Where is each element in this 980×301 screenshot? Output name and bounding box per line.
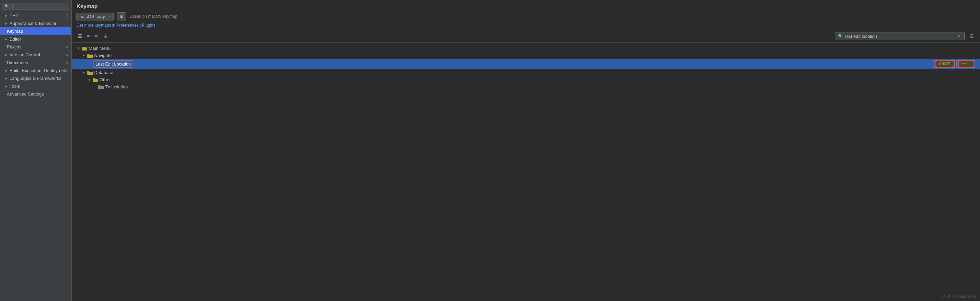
folder-icon-database xyxy=(88,70,93,75)
tree-label-tx-isolation: Tx Isolation xyxy=(105,84,975,89)
collapse-all-button[interactable]: ☰ xyxy=(76,33,84,40)
tree-row-other[interactable]: ▼ Other xyxy=(72,76,980,83)
sidebar-item-label: Directories xyxy=(7,60,28,65)
sidebar-item-keymap[interactable]: Keymap xyxy=(0,27,71,35)
search-icon: 🔍 xyxy=(5,4,9,8)
sidebar-item-build[interactable]: ▶ Build, Execution, Deployment xyxy=(0,67,71,75)
svg-rect-1 xyxy=(82,47,84,48)
main-content: Keymap macOS copy ⚙ Based on macOS keyma… xyxy=(72,0,980,301)
sidebar-item-version-control[interactable]: ▶ Version Control ⚙ xyxy=(0,51,71,59)
search-input[interactable] xyxy=(845,34,956,39)
sidebar-item-label: Tools xyxy=(10,84,20,89)
expand-arrow-tools: ▶ xyxy=(5,84,8,88)
expand-icon-database: ▼ xyxy=(82,71,86,75)
tree-label-other: Other xyxy=(100,77,975,82)
watermark: CSDN @Cyangdaowei xyxy=(942,295,977,298)
main-header: Keymap macOS copy ⚙ Based on macOS keyma… xyxy=(72,0,980,30)
sidebar-search-input[interactable] xyxy=(11,4,67,8)
keymap-select[interactable]: macOS copy xyxy=(76,13,114,21)
key-shortcut-group1: ⇧⌘⌫ xyxy=(934,60,955,68)
toolbar-row: ☰ ≡ ✏ ⚠ 🔍 ✕ ☰ xyxy=(72,30,980,43)
sidebar-item-label: Languages & Frameworks xyxy=(10,76,61,81)
svg-rect-5 xyxy=(88,71,89,72)
keymap-select-wrapper[interactable]: macOS copy xyxy=(76,13,114,21)
folder-icon-main-menu xyxy=(82,46,88,51)
sidebar-item-editor[interactable]: ▶ Editor xyxy=(0,35,71,43)
expand-arrow-appearance: ▶ xyxy=(5,21,8,25)
folder-icon-navigate xyxy=(88,53,93,58)
get-keymaps-link[interactable]: Get more keymaps in Preferences | Plugin… xyxy=(76,23,155,28)
keymap-based-on: Based on macOS keymap xyxy=(130,14,177,19)
sidebar-item-label: Build, Execution, Deployment xyxy=(10,68,68,73)
key-shortcuts: ⇧⌘⌫ ^⌥← xyxy=(934,60,975,68)
tree-label-database: Database xyxy=(94,70,975,75)
sidebar-item-label: Version Control xyxy=(10,52,40,57)
search-clear-button[interactable]: ✕ xyxy=(956,33,962,39)
sidebar-item-php[interactable]: ▶ PHP ⚙ xyxy=(0,11,71,19)
expand-arrow-vc: ▶ xyxy=(5,53,8,57)
search-icon: 🔍 xyxy=(838,34,843,38)
sidebar-item-plugins[interactable]: Plugins ⚙ xyxy=(0,43,71,51)
sidebar-item-label: Advanced Settings xyxy=(7,91,44,97)
svg-rect-7 xyxy=(93,78,95,80)
sidebar-item-appearance[interactable]: ▶ Appearance & Behavior xyxy=(0,19,71,27)
sidebar-item-directories[interactable]: Directories ⚙ xyxy=(0,59,71,67)
tree-label-main-menu: Main Menu xyxy=(89,46,975,51)
expand-all-button[interactable]: ≡ xyxy=(86,33,91,40)
tree-area[interactable]: ▼ Main Menu ▼ Navigate Last Edit Locatio… xyxy=(72,43,980,301)
sidebar-item-label: PHP xyxy=(10,13,19,18)
tree-label-last-edit-location: Last Edit Location xyxy=(93,61,134,68)
tree-label-navigate: Navigate xyxy=(94,53,975,58)
expand-arrow-lang: ▶ xyxy=(5,76,8,80)
sidebar-item-label: Appearance & Behavior xyxy=(10,21,56,26)
expand-icon-navigate: ▼ xyxy=(82,54,86,57)
sidebar-item-label: Editor xyxy=(10,37,21,41)
sidebar-item-label: Plugins xyxy=(7,45,22,49)
folder-icon-tx xyxy=(98,84,104,89)
keymap-controls: macOS copy ⚙ Based on macOS keymap xyxy=(76,12,975,21)
folder-icon-other xyxy=(93,78,98,82)
search-box[interactable]: 🔍 ✕ xyxy=(835,32,965,40)
sidebar-item-languages[interactable]: ▶ Languages & Frameworks xyxy=(0,75,71,82)
tree-row-last-edit-location[interactable]: Last Edit Location ⇧⌘⌫ ^⌥← xyxy=(72,59,980,69)
expand-arrow-php: ▶ xyxy=(5,14,8,18)
expand-icon-other: ▼ xyxy=(88,78,91,81)
expand-arrow-editor: ▶ xyxy=(5,37,8,41)
tree-row-main-menu[interactable]: ▼ Main Menu xyxy=(72,45,980,52)
sidebar-item-label: Keymap xyxy=(7,29,23,34)
sidebar-icon-plugins: ⚙ xyxy=(65,45,68,49)
warning-button[interactable]: ⚠ xyxy=(102,33,109,40)
sidebar-icon-dirs: ⚙ xyxy=(65,61,68,65)
svg-rect-3 xyxy=(88,54,89,55)
expand-icon-main-menu: ▼ xyxy=(76,46,81,50)
edit-shortcut-button[interactable]: ✏ xyxy=(93,33,100,40)
sidebar-item-advanced[interactable]: Advanced Settings xyxy=(0,90,71,98)
sidebar: 🔍 ▶ PHP ⚙ ▶ Appearance & Behavior Keymap… xyxy=(0,0,72,301)
tree-row-database[interactable]: ▼ Database xyxy=(72,69,980,76)
tree-row-navigate[interactable]: ▼ Navigate xyxy=(72,52,980,59)
key-badge-2: ^⌥← xyxy=(958,61,973,67)
sidebar-item-tools[interactable]: ▶ Tools xyxy=(0,82,71,90)
sidebar-icon-php: ⚙ xyxy=(65,14,68,18)
key-shortcut-group2: ^⌥← xyxy=(956,60,975,68)
sidebar-icon-vc: ⚙ xyxy=(65,53,68,57)
page-title: Keymap xyxy=(76,3,975,10)
sidebar-search[interactable]: 🔍 xyxy=(2,3,69,10)
tree-row-tx-isolation[interactable]: Tx Isolation xyxy=(72,83,980,91)
svg-rect-9 xyxy=(98,85,100,87)
keymap-settings-button[interactable]: ⚙ xyxy=(117,12,126,21)
expand-arrow-build: ▶ xyxy=(5,68,8,72)
search-settings-button[interactable]: ☰ xyxy=(968,33,975,40)
key-badge-1: ⇧⌘⌫ xyxy=(936,61,953,67)
